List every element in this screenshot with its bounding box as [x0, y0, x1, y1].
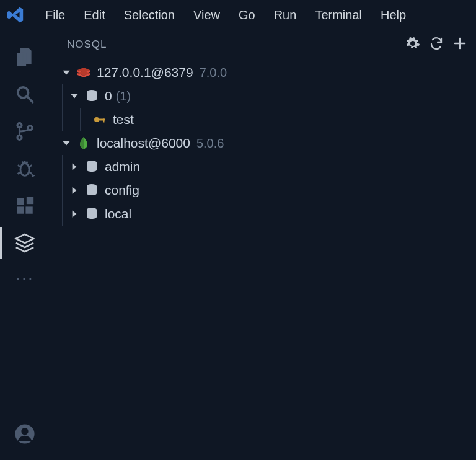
svg-point-2 — [17, 123, 22, 128]
activity-account[interactable] — [0, 415, 50, 453]
svg-point-4 — [28, 126, 32, 130]
db-count: (1) — [116, 89, 131, 104]
menu-terminal[interactable]: Terminal — [306, 6, 371, 25]
menu-help[interactable]: Help — [371, 6, 415, 25]
db-row[interactable]: local — [50, 202, 476, 226]
db-label: 0 — [105, 89, 112, 104]
svg-rect-18 — [103, 119, 105, 123]
chevron-down-icon[interactable] — [60, 136, 73, 150]
menu-edit[interactable]: Edit — [74, 6, 114, 25]
menu-run[interactable]: Run — [265, 6, 306, 25]
activity-nosql[interactable] — [0, 224, 50, 262]
db-label: admin — [105, 159, 140, 174]
refresh-icon[interactable] — [429, 36, 444, 54]
db-label: local — [105, 206, 131, 221]
database-icon — [84, 182, 100, 198]
database-icon — [84, 159, 100, 175]
db-row[interactable]: config — [50, 179, 476, 202]
db-row[interactable]: 0 (1) — [50, 84, 476, 108]
connection-row[interactable]: localhost@6000 5.0.6 — [50, 131, 476, 155]
chevron-right-icon[interactable] — [68, 160, 81, 174]
main-area: ··· NOSQL — [0, 30, 476, 460]
chevron-right-icon[interactable] — [68, 184, 81, 197]
activity-explorer[interactable] — [0, 38, 50, 76]
menu-view[interactable]: View — [184, 6, 229, 25]
activity-extensions[interactable] — [0, 187, 50, 224]
sidebar-header: NOSQL — [50, 30, 476, 60]
svg-line-1 — [27, 97, 33, 102]
activity-more-icon[interactable]: ··· — [15, 262, 33, 299]
connection-tree: 127.0.0.1@6379 7.0.0 0 (1) — [50, 60, 476, 460]
svg-point-5 — [20, 164, 29, 176]
key-row[interactable]: test — [50, 108, 476, 131]
activity-bar: ··· — [0, 30, 50, 460]
menu-file[interactable]: File — [36, 6, 74, 25]
connection-version: 5.0.6 — [196, 136, 224, 151]
connection-version: 7.0.0 — [200, 66, 227, 80]
key-icon — [92, 112, 108, 128]
menubar: File Edit Selection View Go Run Terminal… — [0, 0, 476, 30]
svg-rect-7 — [17, 198, 24, 205]
gear-icon[interactable] — [405, 36, 420, 54]
chevron-right-icon[interactable] — [68, 207, 81, 221]
vscode-logo-icon — [6, 6, 25, 24]
mongo-icon — [76, 135, 92, 151]
activity-debug[interactable] — [0, 150, 50, 187]
database-icon — [84, 206, 100, 222]
add-icon[interactable] — [452, 36, 467, 54]
svg-rect-10 — [27, 197, 33, 204]
connection-label: localhost@6000 — [97, 136, 190, 151]
svg-point-16 — [94, 117, 99, 122]
menu-selection[interactable]: Selection — [115, 6, 184, 25]
svg-point-3 — [17, 135, 22, 139]
svg-rect-8 — [17, 206, 24, 213]
menu-go[interactable]: Go — [229, 6, 265, 25]
chevron-down-icon[interactable] — [60, 66, 73, 79]
activity-search[interactable] — [0, 76, 50, 113]
key-label: test — [113, 112, 134, 127]
database-icon — [84, 88, 100, 104]
svg-marker-6 — [32, 174, 35, 178]
redis-icon — [76, 64, 92, 81]
connection-row[interactable]: 127.0.0.1@6379 7.0.0 — [50, 61, 476, 84]
svg-point-12 — [21, 428, 28, 435]
db-row[interactable]: admin — [50, 155, 476, 179]
chevron-down-icon[interactable] — [68, 89, 81, 103]
svg-rect-9 — [25, 206, 32, 213]
connection-label: 127.0.0.1@6379 — [97, 65, 193, 80]
sidebar-title: NOSQL — [67, 38, 107, 51]
sidebar-panel: NOSQL — [50, 30, 476, 460]
db-label: config — [105, 183, 139, 198]
activity-source-control[interactable] — [0, 113, 50, 150]
